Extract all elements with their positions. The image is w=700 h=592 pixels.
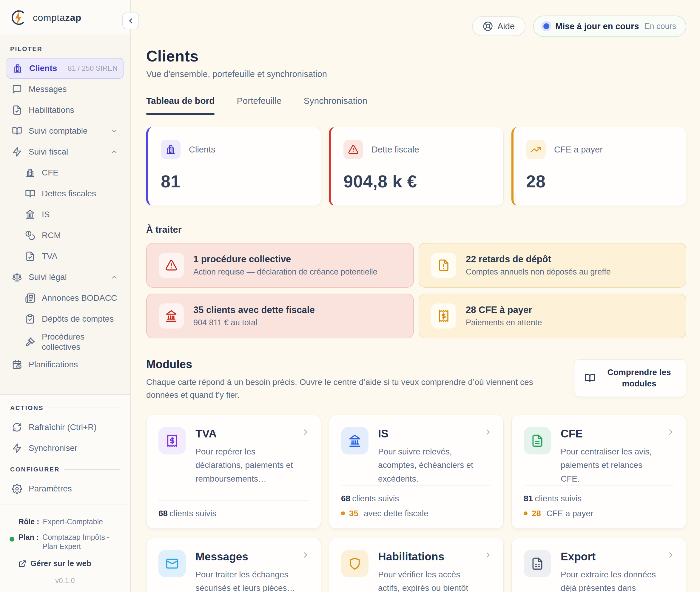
bank-icon (25, 209, 35, 219)
plan-value: Comptazap Impôts - Plan Expert (42, 533, 119, 551)
tab-portefeuille[interactable]: Portefeuille (237, 96, 281, 114)
building-icon (25, 168, 35, 178)
topbar: Aide Mise à jour en cours En cours (146, 0, 686, 37)
section-configurer: CONFIGURER (7, 463, 123, 478)
section-actions: ACTIONS (7, 401, 123, 417)
update-status-badge[interactable]: Mise à jour en cours En cours (533, 15, 686, 37)
brand: comptazap (0, 0, 130, 35)
coins-icon (25, 230, 35, 241)
manage-on-web-link[interactable]: Gérer sur le web (11, 559, 119, 568)
stat-card-clients[interactable]: Clients 81 (146, 127, 321, 206)
stat-card-dette-fiscale[interactable]: Dette fiscale 904,8 k € (329, 127, 504, 206)
sidebar-collapse-button[interactable] (122, 12, 139, 29)
file-text-icon (523, 427, 551, 454)
sidebar-item-is[interactable]: IS (7, 204, 123, 225)
sidebar-item-depots-de-comptes[interactable]: Dépôts de comptes (7, 308, 123, 330)
modules-header: Modules Chaque carte répond à un besoin … (146, 358, 686, 402)
chevron-up-icon (110, 148, 118, 156)
sidebar-item-suivi-legal[interactable]: Suivi légal (7, 267, 123, 288)
gear-icon (12, 484, 22, 494)
file-check-icon (12, 105, 22, 115)
receipt-icon (431, 303, 456, 329)
file-warning-icon (431, 253, 456, 278)
sidebar-item-procedures-collectives[interactable]: Procédures collectives (7, 330, 123, 354)
sidebar: comptazap PILOTER Clients 81 / 250 SIREN… (0, 0, 131, 592)
sidebar-item-tva[interactable]: TVA (7, 246, 123, 267)
chevron-right-icon (666, 550, 675, 559)
siren-count-badge: 81 / 250 SIREN (68, 64, 117, 72)
module-card-messages[interactable]: Messages Pour traiter les échanges sécur… (146, 538, 321, 592)
sidebar-item-annonces-bodacc[interactable]: Annonces BODACC (7, 288, 123, 308)
alert-procedure-collective[interactable]: 1 procédure collective Action requise — … (146, 243, 414, 288)
sidebar-item-cfe[interactable]: CFE (7, 162, 123, 183)
stat-cards: Clients 81 Dette fiscale 904,8 k € CFE a… (146, 127, 686, 206)
module-cards: TVA Pour repérer les déclarations, paiem… (146, 415, 686, 592)
brand-name: comptazap (33, 12, 82, 23)
sidebar-item-rcm[interactable]: RCM (7, 225, 123, 246)
module-card-is[interactable]: IS Pour suivre relevés, acomptes, échéan… (329, 415, 504, 529)
plan-status-dot (9, 537, 14, 542)
external-link-icon (18, 560, 26, 568)
comptazap-logo-icon (9, 8, 28, 27)
alert-cards: 1 procédure collective Action requise — … (146, 243, 686, 338)
file-spreadsheet-icon (523, 550, 551, 577)
module-card-cfe[interactable]: CFE Pour centraliser les avis, paiements… (511, 415, 686, 529)
calendar-clock-icon (12, 359, 22, 370)
bank-icon (159, 303, 184, 329)
alert-triangle-icon (343, 140, 363, 159)
plan-row: Plan : Comptazap Impôts - Plan Expert (11, 533, 119, 551)
a-traiter-title: À traiter (146, 225, 686, 235)
chevron-right-icon (484, 428, 493, 437)
sidebar-item-habilitations[interactable]: Habilitations (7, 100, 123, 120)
alert-triangle-icon (159, 253, 184, 278)
tab-synchronisation[interactable]: Synchronisation (304, 96, 367, 114)
sidebar-footer: Rôle : Expert-Comptable Plan : Comptazap… (0, 504, 130, 592)
bank-icon (341, 427, 368, 454)
sidebar-item-suivi-fiscal[interactable]: Suivi fiscal (7, 141, 123, 162)
sidebar-item-parametres[interactable]: Paramètres (7, 478, 123, 499)
chevron-left-icon (127, 17, 135, 25)
building-icon (161, 140, 181, 159)
newspaper-icon (25, 293, 35, 303)
page-title: Clients (146, 47, 686, 65)
modules-title: Modules (146, 358, 561, 371)
chevron-right-icon (301, 550, 310, 559)
page-header: Clients Vue d'ensemble, portefeuille et … (146, 47, 686, 79)
sidebar-item-messages[interactable]: Messages (7, 79, 123, 100)
sidebar-item-suivi-comptable[interactable]: Suivi comptable (7, 120, 123, 141)
zap-icon (12, 147, 22, 157)
stat-card-cfe-a-payer[interactable]: CFE a payer 28 (511, 127, 686, 206)
module-card-habilitations[interactable]: Habilitations Pour vérifier les accès ac… (329, 538, 504, 592)
sidebar-item-clients[interactable]: Clients 81 / 250 SIREN (7, 58, 123, 79)
sidebar-item-synchroniser[interactable]: Synchroniser (7, 438, 123, 459)
role-value: Expert-Comptable (43, 517, 103, 526)
tab-tableau-de-bord[interactable]: Tableau de bord (146, 96, 214, 114)
trending-up-icon (526, 140, 546, 159)
sidebar-actions: ACTIONS Rafraîchir (Ctrl+R) Synchroniser… (0, 395, 130, 504)
alert-cfe-a-payer[interactable]: 28 CFE à payer Paiements en attente (419, 294, 686, 338)
zap-icon (12, 443, 22, 453)
sidebar-item-planifications[interactable]: Planifications (7, 354, 123, 375)
chevron-down-icon (110, 127, 118, 135)
alert-retards-depot[interactable]: 22 retards de dépôt Comptes annuels non … (419, 243, 686, 288)
main-content: Aide Mise à jour en cours En cours Clien… (131, 0, 700, 592)
mail-icon (158, 550, 186, 577)
alert-clients-dette-fiscale[interactable]: 35 clients avec dette fiscale 904 811 € … (146, 294, 414, 338)
stat-value: 904,8 k € (343, 171, 491, 191)
chevron-up-icon (110, 273, 118, 281)
sidebar-item-rafraichir[interactable]: Rafraîchir (Ctrl+R) (7, 417, 123, 438)
scale-icon (12, 272, 22, 282)
help-button[interactable]: Aide (472, 16, 526, 36)
receipt-icon (158, 427, 186, 454)
stat-value: 81 (161, 171, 308, 191)
page-subtitle: Vue d'ensemble, portefeuille et synchron… (146, 69, 686, 79)
sidebar-item-dettes-fiscales[interactable]: Dettes fiscales (7, 183, 123, 204)
module-card-tva[interactable]: TVA Pour repérer les déclarations, paiem… (146, 415, 321, 529)
life-buoy-icon (483, 21, 493, 31)
refresh-icon (12, 422, 22, 432)
book-open-icon (12, 126, 22, 136)
chevron-right-icon (301, 428, 310, 437)
app-version: v0.1.0 (11, 577, 119, 585)
module-card-export[interactable]: Export Pour extraire les données déjà pr… (511, 538, 686, 592)
understand-modules-button[interactable]: Comprendre les modules (574, 359, 686, 397)
